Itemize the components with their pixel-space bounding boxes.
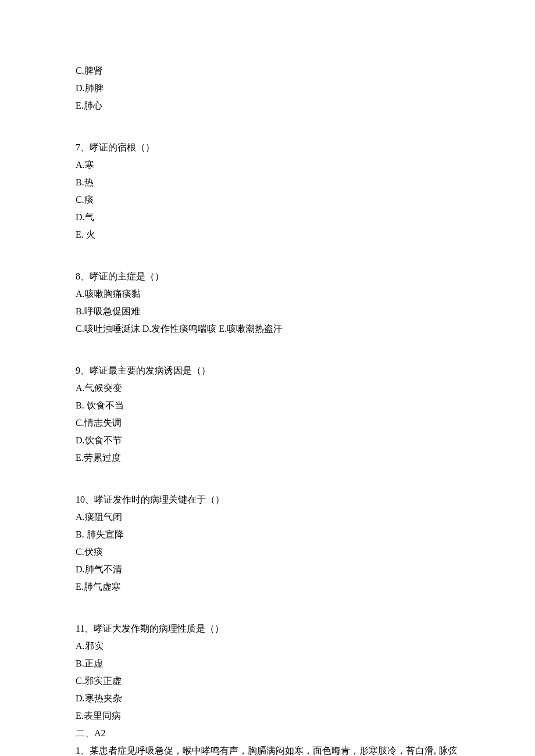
question-9: 9、哮证最主要的发病诱因是（） A.气候突变 B. 饮食不当 C.情志失调 D.… xyxy=(76,364,459,465)
option-d: D.肺气不清 xyxy=(76,562,459,576)
option-a: A.气候突变 xyxy=(76,381,459,395)
option-e: E. 火 xyxy=(76,228,459,242)
question-stem: 1、某患者症见呼吸急促，喉中哮鸣有声，胸膈满闷如寒，面色晦青，形寒肢冷，苔白滑,… xyxy=(76,744,459,756)
option-b: B.正虚 xyxy=(76,657,459,671)
option-d: D.寒热夹杂 xyxy=(76,691,459,705)
option-b: B. 饮食不当 xyxy=(76,399,459,413)
option-b: B.热 xyxy=(76,175,459,189)
option-e: E.劳累过度 xyxy=(76,451,459,465)
option-a: A.咳嗽胸痛痰黏 xyxy=(76,287,459,301)
option-a: A.邪实 xyxy=(76,639,459,653)
option-e: E.肺心 xyxy=(76,99,459,113)
option-d: D.气 xyxy=(76,210,459,224)
question-stem: 10、哮证发作时的病理关键在于（） xyxy=(76,493,459,507)
question-stem: 8、哮证的主症是（） xyxy=(76,270,459,284)
option-a: A.寒 xyxy=(76,158,459,172)
option-e: E.肺气虚寒 xyxy=(76,580,459,594)
question-stem: 9、哮证最主要的发病诱因是（） xyxy=(76,364,459,378)
option-c: C.邪实正虚 xyxy=(76,674,459,688)
section-heading: 二、A2 xyxy=(76,726,459,740)
option-b: B.呼吸急促困难 xyxy=(76,304,459,318)
question-7: 7、哮证的宿根（） A.寒 B.热 C.痰 D.气 E. 火 xyxy=(76,141,459,242)
option-e: E.表里同病 xyxy=(76,709,459,723)
option-a: A.痰阻气闭 xyxy=(76,510,459,524)
question-11: 11、哮证大发作期的病理性质是（） A.邪实 B.正虚 C.邪实正虚 D.寒热夹… xyxy=(76,622,459,723)
section-2: 二、A2 1、某患者症见呼吸急促，喉中哮鸣有声，胸膈满闷如寒，面色晦青，形寒肢冷… xyxy=(76,726,459,756)
option-c: C.情志失调 xyxy=(76,416,459,430)
option-d: D.饮食不节 xyxy=(76,433,459,447)
option-c: C.脾肾 xyxy=(76,64,459,78)
intro-options-block: C.脾肾 D.肺脾 E.肺心 xyxy=(76,64,459,113)
question-10: 10、哮证发作时的病理关键在于（） A.痰阻气闭 B. 肺失宣降 C.伏痰 D.… xyxy=(76,493,459,594)
option-c: C.痰 xyxy=(76,193,459,207)
option-d: D.肺脾 xyxy=(76,81,459,95)
option-cde: C.咳吐浊唾涎沫 D.发作性痰鸣喘咳 E.咳嗽潮热盗汗 xyxy=(76,322,459,336)
option-b: B. 肺失宣降 xyxy=(76,528,459,542)
option-c: C.伏痰 xyxy=(76,545,459,559)
question-stem: 11、哮证大发作期的病理性质是（） xyxy=(76,622,459,636)
question-8: 8、哮证的主症是（） A.咳嗽胸痛痰黏 B.呼吸急促困难 C.咳吐浊唾涎沫 D.… xyxy=(76,270,459,336)
question-stem: 7、哮证的宿根（） xyxy=(76,141,459,155)
